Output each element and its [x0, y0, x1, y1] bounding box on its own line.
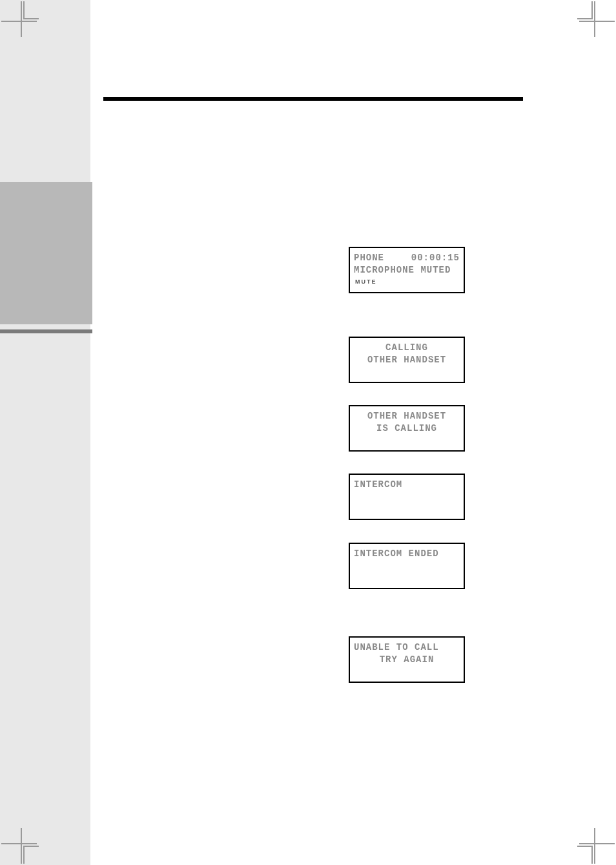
lcd-line: IS CALLING: [354, 422, 460, 435]
mute-icon: MUTE: [355, 278, 460, 286]
crop-mark-icon: [1, 1, 40, 40]
page-header-rule: [103, 97, 523, 101]
crop-mark-icon: [576, 1, 615, 40]
sidebar-background: [0, 0, 90, 865]
sidebar-divider: [0, 329, 92, 333]
lcd-screen-intercom: INTERCOM: [349, 474, 465, 520]
lcd-screen-intercom-ended: INTERCOM ENDED: [349, 543, 465, 589]
lcd-mute-status: MICROPHONE MUTED: [354, 264, 460, 276]
crop-mark-icon: [1, 825, 40, 864]
lcd-screen-mute: PHONE 00:00:15 MICROPHONE MUTED MUTE: [349, 247, 465, 293]
sidebar-active-tab: [0, 182, 92, 324]
lcd-call-timer: 00:00:15: [411, 252, 460, 264]
lcd-screen-being-called: OTHER HANDSET IS CALLING: [349, 405, 465, 452]
lcd-line: OTHER HANDSET: [354, 410, 460, 422]
crop-mark-icon: [576, 825, 615, 864]
lcd-line: OTHER HANDSET: [354, 354, 460, 366]
lcd-screen-unable: UNABLE TO CALL TRY AGAIN: [349, 636, 465, 683]
lcd-phone-label: PHONE: [354, 252, 384, 264]
lcd-line: CALLING: [354, 342, 460, 354]
lcd-line: INTERCOM ENDED: [354, 548, 460, 560]
lcd-line: TRY AGAIN: [354, 654, 460, 666]
lcd-line: INTERCOM: [354, 479, 460, 491]
lcd-line: UNABLE TO CALL: [354, 641, 460, 654]
lcd-screen-calling: CALLING OTHER HANDSET: [349, 337, 465, 383]
